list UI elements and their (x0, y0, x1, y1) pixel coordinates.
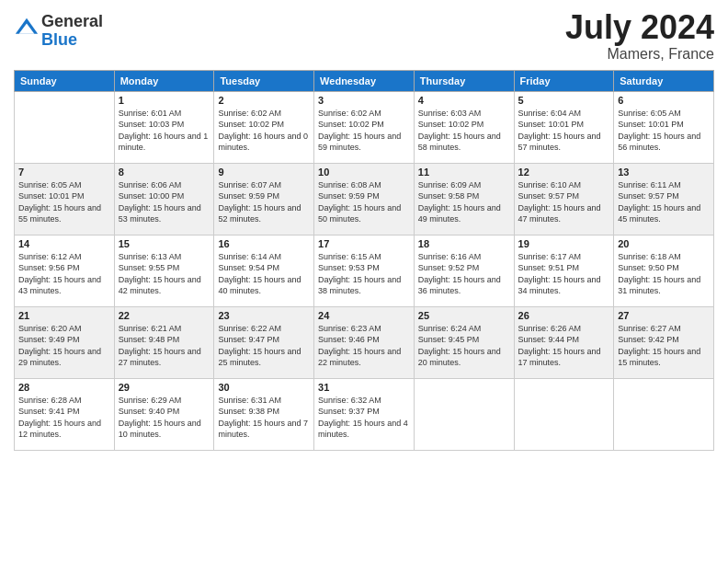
day-info: Sunrise: 6:15 AMSunset: 9:53 PMDaylight:… (318, 251, 410, 297)
table-row: 12 Sunrise: 6:10 AMSunset: 9:57 PMDaylig… (514, 163, 614, 235)
table-row (414, 378, 514, 450)
calendar-header-row: Sunday Monday Tuesday Wednesday Thursday… (15, 70, 714, 91)
table-row: 31 Sunrise: 6:32 AMSunset: 9:37 PMDaylig… (314, 378, 415, 450)
day-info: Sunrise: 6:27 AMSunset: 9:42 PMDaylight:… (618, 323, 710, 369)
table-row: 1 Sunrise: 6:01 AMSunset: 10:03 PMDaylig… (114, 91, 214, 163)
day-number: 10 (318, 167, 410, 178)
day-info: Sunrise: 6:07 AMSunset: 9:59 PMDaylight:… (218, 179, 310, 225)
day-info: Sunrise: 6:16 AMSunset: 9:52 PMDaylight:… (418, 251, 510, 297)
day-info: Sunrise: 6:14 AMSunset: 9:54 PMDaylight:… (218, 251, 310, 297)
table-row (15, 91, 115, 163)
day-number: 5 (518, 95, 610, 106)
col-friday: Friday (514, 70, 614, 91)
day-number: 31 (318, 382, 410, 393)
day-info: Sunrise: 6:12 AMSunset: 9:56 PMDaylight:… (18, 251, 110, 297)
day-info: Sunrise: 6:10 AMSunset: 9:57 PMDaylight:… (518, 179, 610, 225)
table-row: 26 Sunrise: 6:26 AMSunset: 9:44 PMDaylig… (514, 306, 614, 378)
day-number: 16 (218, 238, 310, 249)
calendar-week-row: 28 Sunrise: 6:28 AMSunset: 9:41 PMDaylig… (15, 378, 714, 450)
day-number: 22 (119, 310, 210, 321)
table-row: 5 Sunrise: 6:04 AMSunset: 10:01 PMDaylig… (514, 91, 614, 163)
day-number: 9 (218, 167, 310, 178)
month-year: July 2024 (565, 9, 714, 46)
day-info: Sunrise: 6:08 AMSunset: 9:59 PMDaylight:… (318, 179, 410, 225)
day-info: Sunrise: 6:04 AMSunset: 10:01 PMDaylight… (518, 108, 610, 154)
header: General Blue July 2024 Mamers, France (14, 9, 714, 63)
logo-general-text: General (41, 13, 103, 31)
calendar-week-row: 7 Sunrise: 6:05 AMSunset: 10:01 PMDaylig… (15, 163, 714, 235)
table-row: 18 Sunrise: 6:16 AMSunset: 9:52 PMDaylig… (414, 235, 514, 306)
col-thursday: Thursday (414, 70, 514, 91)
table-row: 16 Sunrise: 6:14 AMSunset: 9:54 PMDaylig… (214, 235, 314, 306)
day-number: 29 (119, 382, 210, 393)
day-number: 4 (418, 95, 510, 106)
day-info: Sunrise: 6:20 AMSunset: 9:49 PMDaylight:… (18, 323, 110, 369)
day-number: 28 (18, 382, 110, 393)
location: Mamers, France (565, 46, 714, 63)
table-row: 25 Sunrise: 6:24 AMSunset: 9:45 PMDaylig… (414, 306, 514, 378)
day-info: Sunrise: 6:21 AMSunset: 9:48 PMDaylight:… (119, 323, 210, 369)
calendar-week-row: 14 Sunrise: 6:12 AMSunset: 9:56 PMDaylig… (15, 235, 714, 306)
day-info: Sunrise: 6:05 AMSunset: 10:01 PMDaylight… (618, 108, 710, 154)
day-info: Sunrise: 6:31 AMSunset: 9:38 PMDaylight:… (218, 395, 310, 441)
page: General Blue July 2024 Mamers, France Su… (0, 0, 728, 563)
day-number: 1 (119, 95, 210, 106)
title-block: July 2024 Mamers, France (565, 9, 714, 63)
table-row: 27 Sunrise: 6:27 AMSunset: 9:42 PMDaylig… (614, 306, 714, 378)
day-info: Sunrise: 6:26 AMSunset: 9:44 PMDaylight:… (518, 323, 610, 369)
calendar-week-row: 21 Sunrise: 6:20 AMSunset: 9:49 PMDaylig… (15, 306, 714, 378)
table-row: 4 Sunrise: 6:03 AMSunset: 10:02 PMDaylig… (414, 91, 514, 163)
table-row: 17 Sunrise: 6:15 AMSunset: 9:53 PMDaylig… (314, 235, 415, 306)
day-number: 23 (218, 310, 310, 321)
day-number: 18 (418, 238, 510, 249)
day-info: Sunrise: 6:23 AMSunset: 9:46 PMDaylight:… (318, 323, 410, 369)
day-number: 14 (18, 238, 110, 249)
col-sunday: Sunday (15, 70, 115, 91)
day-number: 20 (618, 238, 710, 249)
day-number: 13 (618, 167, 710, 178)
table-row: 28 Sunrise: 6:28 AMSunset: 9:41 PMDaylig… (15, 378, 115, 450)
day-info: Sunrise: 6:06 AMSunset: 10:00 PMDaylight… (119, 179, 210, 225)
table-row: 22 Sunrise: 6:21 AMSunset: 9:48 PMDaylig… (114, 306, 214, 378)
table-row: 10 Sunrise: 6:08 AMSunset: 9:59 PMDaylig… (314, 163, 415, 235)
day-number: 19 (518, 238, 610, 249)
table-row: 11 Sunrise: 6:09 AMSunset: 9:58 PMDaylig… (414, 163, 514, 235)
table-row: 13 Sunrise: 6:11 AMSunset: 9:57 PMDaylig… (614, 163, 714, 235)
day-info: Sunrise: 6:02 AMSunset: 10:02 PMDaylight… (218, 108, 310, 154)
table-row: 29 Sunrise: 6:29 AMSunset: 9:40 PMDaylig… (114, 378, 214, 450)
day-info: Sunrise: 6:17 AMSunset: 9:51 PMDaylight:… (518, 251, 610, 297)
table-row: 23 Sunrise: 6:22 AMSunset: 9:47 PMDaylig… (214, 306, 314, 378)
day-number: 25 (418, 310, 510, 321)
day-number: 17 (318, 238, 410, 249)
table-row (514, 378, 614, 450)
day-info: Sunrise: 6:03 AMSunset: 10:02 PMDaylight… (418, 108, 510, 154)
table-row: 19 Sunrise: 6:17 AMSunset: 9:51 PMDaylig… (514, 235, 614, 306)
logo-blue-text: Blue (41, 31, 103, 50)
table-row (614, 378, 714, 450)
day-number: 8 (119, 167, 210, 178)
day-number: 2 (218, 95, 310, 106)
day-info: Sunrise: 6:13 AMSunset: 9:55 PMDaylight:… (119, 251, 210, 297)
day-info: Sunrise: 6:22 AMSunset: 9:47 PMDaylight:… (218, 323, 310, 369)
day-number: 3 (318, 95, 410, 106)
day-number: 24 (318, 310, 410, 321)
table-row: 20 Sunrise: 6:18 AMSunset: 9:50 PMDaylig… (614, 235, 714, 306)
day-info: Sunrise: 6:28 AMSunset: 9:41 PMDaylight:… (18, 395, 110, 441)
day-number: 21 (18, 310, 110, 321)
day-info: Sunrise: 6:32 AMSunset: 9:37 PMDaylight:… (318, 395, 410, 441)
logo-text: General Blue (41, 13, 103, 50)
day-number: 11 (418, 167, 510, 178)
day-number: 6 (618, 95, 710, 106)
table-row: 14 Sunrise: 6:12 AMSunset: 9:56 PMDaylig… (15, 235, 115, 306)
table-row: 7 Sunrise: 6:05 AMSunset: 10:01 PMDaylig… (15, 163, 115, 235)
day-number: 27 (618, 310, 710, 321)
day-number: 30 (218, 382, 310, 393)
day-number: 7 (18, 167, 110, 178)
day-number: 12 (518, 167, 610, 178)
table-row: 3 Sunrise: 6:02 AMSunset: 10:02 PMDaylig… (314, 91, 415, 163)
table-row: 2 Sunrise: 6:02 AMSunset: 10:02 PMDaylig… (214, 91, 314, 163)
day-number: 26 (518, 310, 610, 321)
day-info: Sunrise: 6:18 AMSunset: 9:50 PMDaylight:… (618, 251, 710, 297)
col-saturday: Saturday (614, 70, 714, 91)
table-row: 24 Sunrise: 6:23 AMSunset: 9:46 PMDaylig… (314, 306, 415, 378)
